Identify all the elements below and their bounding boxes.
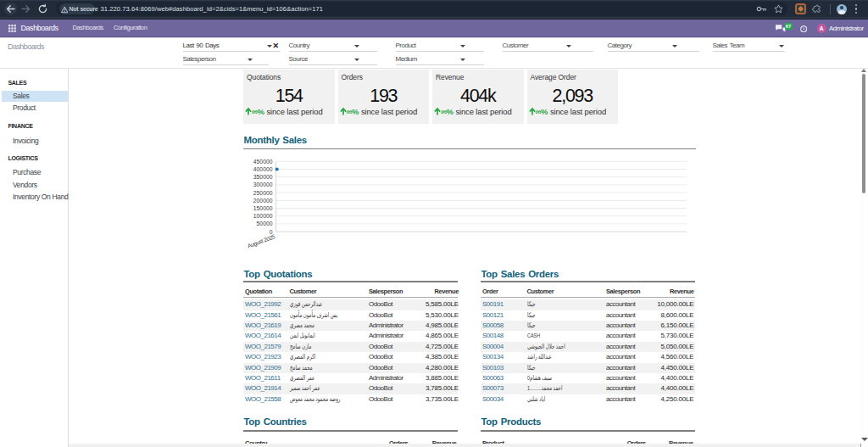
svg-text:200000: 200000 <box>253 198 273 204</box>
svg-text:450000: 450000 <box>253 159 273 165</box>
svg-text:350000: 350000 <box>253 174 273 180</box>
svg-text:100000: 100000 <box>253 213 273 219</box>
svg-text:August 2025: August 2025 <box>247 233 276 249</box>
svg-text:250000: 250000 <box>253 190 273 196</box>
svg-text:50000: 50000 <box>257 221 273 226</box>
svg-text:150000: 150000 <box>253 205 273 211</box>
svg-text:300000: 300000 <box>253 182 273 187</box>
svg-text:400000: 400000 <box>253 166 273 172</box>
